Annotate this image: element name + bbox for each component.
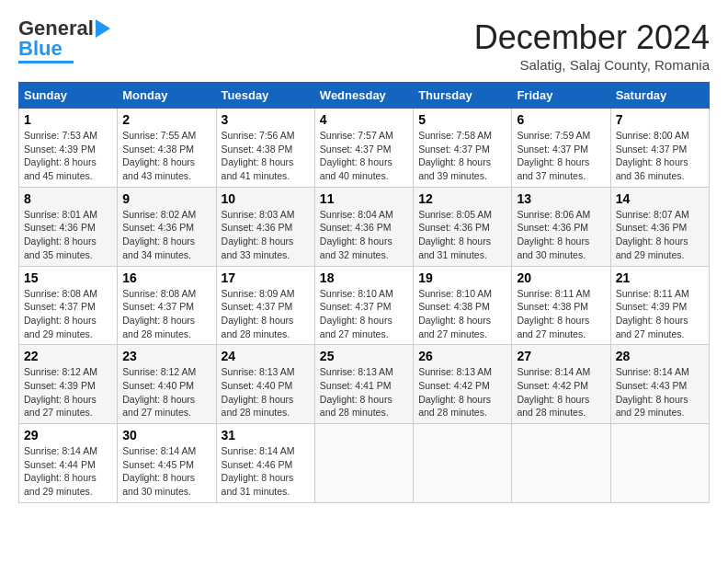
day-number: 9 <box>122 191 210 206</box>
day-number: 23 <box>122 349 210 363</box>
weekday-header: Tuesday <box>216 83 314 109</box>
title-area: December 2024 Salatig, Salaj County, Rom… <box>474 18 710 73</box>
day-info: Sunrise: 7:55 AMSunset: 4:38 PMDaylight:… <box>122 129 210 183</box>
calendar-cell: 30Sunrise: 8:14 AMSunset: 4:45 PMDayligh… <box>118 424 216 503</box>
day-info: Sunrise: 8:14 AMSunset: 4:45 PMDaylight:… <box>122 444 210 499</box>
calendar-cell: 3Sunrise: 7:56 AMSunset: 4:38 PMDaylight… <box>216 109 314 188</box>
day-info: Sunrise: 8:12 AMSunset: 4:40 PMDaylight:… <box>122 365 210 419</box>
day-number: 10 <box>222 191 310 206</box>
day-number: 27 <box>517 349 605 363</box>
day-number: 6 <box>517 112 605 127</box>
weekday-header: Friday <box>512 83 610 109</box>
calendar-cell: 23Sunrise: 8:12 AMSunset: 4:40 PMDayligh… <box>118 345 216 424</box>
calendar-cell: 5Sunrise: 7:58 AMSunset: 4:37 PMDaylight… <box>414 109 512 188</box>
calendar-cell: 24Sunrise: 8:13 AMSunset: 4:40 PMDayligh… <box>216 345 314 424</box>
day-number: 22 <box>24 349 112 363</box>
calendar-cell: 1Sunrise: 7:53 AMSunset: 4:39 PMDaylight… <box>19 109 118 188</box>
calendar-cell: 22Sunrise: 8:12 AMSunset: 4:39 PMDayligh… <box>19 345 118 424</box>
weekday-header: Sunday <box>19 83 118 109</box>
calendar-cell: 11Sunrise: 8:04 AMSunset: 4:36 PMDayligh… <box>314 187 413 266</box>
weekday-header: Wednesday <box>314 83 413 109</box>
page-header: General Blue December 2024 Salatig, Sala… <box>18 18 710 73</box>
day-info: Sunrise: 8:05 AMSunset: 4:36 PMDaylight:… <box>418 208 506 262</box>
calendar-table: SundayMondayTuesdayWednesdayThursdayFrid… <box>18 82 710 503</box>
day-info: Sunrise: 7:53 AMSunset: 4:39 PMDaylight:… <box>24 129 112 183</box>
weekday-header: Thursday <box>414 83 512 109</box>
day-info: Sunrise: 8:14 AMSunset: 4:42 PMDaylight:… <box>517 365 605 419</box>
day-number: 8 <box>24 191 112 206</box>
day-number: 25 <box>320 349 408 363</box>
weekday-header: Saturday <box>610 83 709 109</box>
calendar-cell: 6Sunrise: 7:59 AMSunset: 4:37 PMDaylight… <box>512 109 610 188</box>
calendar-cell: 17Sunrise: 8:09 AMSunset: 4:37 PMDayligh… <box>216 266 314 345</box>
calendar-cell: 18Sunrise: 8:10 AMSunset: 4:37 PMDayligh… <box>314 266 413 345</box>
day-number: 17 <box>222 270 310 285</box>
day-number: 28 <box>616 349 704 363</box>
day-number: 5 <box>418 112 506 127</box>
calendar-cell: 14Sunrise: 8:07 AMSunset: 4:36 PMDayligh… <box>610 187 709 266</box>
day-number: 15 <box>24 270 112 285</box>
day-info: Sunrise: 7:56 AMSunset: 4:38 PMDaylight:… <box>222 129 310 183</box>
day-info: Sunrise: 7:58 AMSunset: 4:37 PMDaylight:… <box>418 129 506 183</box>
calendar-cell: 10Sunrise: 8:03 AMSunset: 4:36 PMDayligh… <box>216 187 314 266</box>
calendar-week-row: 22Sunrise: 8:12 AMSunset: 4:39 PMDayligh… <box>19 345 710 424</box>
day-info: Sunrise: 8:00 AMSunset: 4:37 PMDaylight:… <box>616 129 704 183</box>
calendar-cell: 20Sunrise: 8:11 AMSunset: 4:38 PMDayligh… <box>512 266 610 345</box>
day-number: 13 <box>517 191 605 206</box>
calendar-cell: 25Sunrise: 8:13 AMSunset: 4:41 PMDayligh… <box>314 345 413 424</box>
day-number: 26 <box>418 349 506 363</box>
calendar-cell: 26Sunrise: 8:13 AMSunset: 4:42 PMDayligh… <box>414 345 512 424</box>
calendar-week-row: 29Sunrise: 8:14 AMSunset: 4:44 PMDayligh… <box>19 424 710 503</box>
calendar-cell: 28Sunrise: 8:14 AMSunset: 4:43 PMDayligh… <box>610 345 709 424</box>
calendar-cell: 13Sunrise: 8:06 AMSunset: 4:36 PMDayligh… <box>512 187 610 266</box>
location-subtitle: Salatig, Salaj County, Romania <box>474 57 710 73</box>
logo: General Blue <box>18 18 110 63</box>
day-info: Sunrise: 8:02 AMSunset: 4:36 PMDaylight:… <box>122 208 210 262</box>
calendar-cell <box>414 424 512 503</box>
day-number: 29 <box>24 428 112 442</box>
day-number: 16 <box>122 270 210 285</box>
calendar-cell: 29Sunrise: 8:14 AMSunset: 4:44 PMDayligh… <box>19 424 118 503</box>
day-info: Sunrise: 8:14 AMSunset: 4:44 PMDaylight:… <box>24 444 112 499</box>
day-info: Sunrise: 8:01 AMSunset: 4:36 PMDaylight:… <box>24 208 112 262</box>
day-info: Sunrise: 8:13 AMSunset: 4:41 PMDaylight:… <box>320 365 408 419</box>
day-info: Sunrise: 8:11 AMSunset: 4:39 PMDaylight:… <box>616 287 704 341</box>
day-info: Sunrise: 8:09 AMSunset: 4:37 PMDaylight:… <box>222 287 310 341</box>
day-info: Sunrise: 8:08 AMSunset: 4:37 PMDaylight:… <box>122 287 210 341</box>
calendar-cell: 7Sunrise: 8:00 AMSunset: 4:37 PMDaylight… <box>610 109 709 188</box>
day-info: Sunrise: 8:14 AMSunset: 4:43 PMDaylight:… <box>616 365 704 419</box>
calendar-cell: 2Sunrise: 7:55 AMSunset: 4:38 PMDaylight… <box>118 109 216 188</box>
day-number: 19 <box>418 270 506 285</box>
calendar-week-row: 8Sunrise: 8:01 AMSunset: 4:36 PMDaylight… <box>19 187 710 266</box>
logo-text: General <box>18 18 94 39</box>
day-info: Sunrise: 7:57 AMSunset: 4:37 PMDaylight:… <box>320 129 408 183</box>
day-number: 4 <box>320 112 408 127</box>
calendar-cell: 21Sunrise: 8:11 AMSunset: 4:39 PMDayligh… <box>610 266 709 345</box>
day-number: 1 <box>24 112 112 127</box>
weekday-header-row: SundayMondayTuesdayWednesdayThursdayFrid… <box>19 83 710 109</box>
day-info: Sunrise: 8:13 AMSunset: 4:40 PMDaylight:… <box>222 365 310 419</box>
day-info: Sunrise: 8:04 AMSunset: 4:36 PMDaylight:… <box>320 208 408 262</box>
calendar-cell: 12Sunrise: 8:05 AMSunset: 4:36 PMDayligh… <box>414 187 512 266</box>
day-number: 2 <box>122 112 210 127</box>
calendar-cell: 15Sunrise: 8:08 AMSunset: 4:37 PMDayligh… <box>19 266 118 345</box>
day-number: 11 <box>320 191 408 206</box>
calendar-cell <box>314 424 413 503</box>
day-number: 3 <box>222 112 310 127</box>
day-info: Sunrise: 8:12 AMSunset: 4:39 PMDaylight:… <box>24 365 112 419</box>
day-number: 20 <box>517 270 605 285</box>
day-info: Sunrise: 8:06 AMSunset: 4:36 PMDaylight:… <box>517 208 605 262</box>
calendar-week-row: 15Sunrise: 8:08 AMSunset: 4:37 PMDayligh… <box>19 266 710 345</box>
day-info: Sunrise: 7:59 AMSunset: 4:37 PMDaylight:… <box>517 129 605 183</box>
day-info: Sunrise: 8:07 AMSunset: 4:36 PMDaylight:… <box>616 208 704 262</box>
day-info: Sunrise: 8:10 AMSunset: 4:38 PMDaylight:… <box>418 287 506 341</box>
day-number: 7 <box>616 112 704 127</box>
day-number: 14 <box>616 191 704 206</box>
day-number: 12 <box>418 191 506 206</box>
calendar-cell: 19Sunrise: 8:10 AMSunset: 4:38 PMDayligh… <box>414 266 512 345</box>
logo-arrow-icon <box>96 19 110 38</box>
day-info: Sunrise: 8:03 AMSunset: 4:36 PMDaylight:… <box>222 208 310 262</box>
logo-blue-text: Blue <box>18 39 63 59</box>
calendar-cell: 27Sunrise: 8:14 AMSunset: 4:42 PMDayligh… <box>512 345 610 424</box>
day-info: Sunrise: 8:14 AMSunset: 4:46 PMDaylight:… <box>222 444 310 499</box>
